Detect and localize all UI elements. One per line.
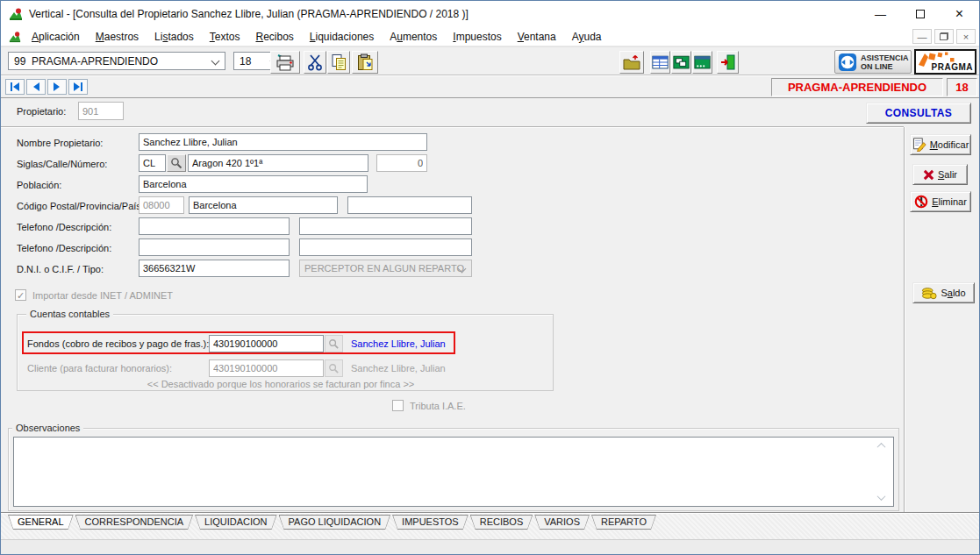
tributa-checkbox[interactable] — [392, 400, 404, 411]
menu-items: Aplicación Maestros Listados Textos Reci… — [24, 27, 610, 46]
status-bar — [1, 539, 979, 554]
cp-input[interactable] — [139, 196, 184, 214]
pragma-logo: PRAGMA — [914, 49, 976, 75]
tab-correspondencia[interactable]: CORRESPONDENCIA — [75, 515, 193, 530]
tab-general[interactable]: GENERAL — [8, 515, 74, 530]
first-record-button[interactable] — [5, 79, 25, 95]
menu-ayuda[interactable]: Ayuda — [564, 31, 610, 43]
assistance-online-button[interactable]: ASISTENCIAON LINE — [834, 50, 912, 74]
delete-icon — [914, 195, 928, 209]
propietario-input[interactable] — [78, 102, 124, 120]
window-view-button[interactable] — [692, 51, 712, 74]
first-icon — [10, 82, 20, 91]
tipo-select[interactable]: PERCEPTOR EN ALGUN REPARTO — [299, 260, 472, 277]
exit-app-button[interactable] — [717, 51, 739, 74]
street-search-button[interactable] — [167, 154, 186, 172]
menu-maestros[interactable]: Maestros — [88, 31, 147, 43]
menu-aumentos[interactable]: Aumentos — [382, 31, 445, 43]
tab-liquidacion[interactable]: LIQUIDACION — [195, 515, 277, 530]
menu-ventana[interactable]: Ventana — [510, 31, 564, 43]
cliente-search-button[interactable] — [325, 359, 343, 377]
menu-aplicacion[interactable]: Aplicación — [24, 31, 88, 43]
telefono2-label: Telefono /Descripción: — [17, 243, 111, 253]
pais-input[interactable] — [347, 196, 472, 214]
provincia-input[interactable] — [189, 196, 338, 214]
chevron-down-icon — [211, 57, 220, 66]
poblacion-input[interactable] — [139, 175, 368, 193]
print-button[interactable] — [270, 51, 300, 74]
previous-record-button[interactable] — [26, 79, 46, 95]
tab-varios[interactable]: VARIOS — [534, 515, 590, 530]
divider — [1, 512, 979, 513]
minimize-button[interactable]: — — [861, 1, 900, 27]
open-button[interactable] — [619, 51, 644, 74]
telefono1-label: Telefono /Descripción: — [17, 222, 111, 232]
scroll-down-icon[interactable] — [876, 494, 886, 502]
app-icon-small — [9, 31, 21, 43]
telefono2-input[interactable] — [139, 238, 290, 256]
salir-button[interactable]: Salir — [912, 164, 968, 185]
close-button[interactable]: × — [940, 1, 979, 27]
descripcion1-input[interactable] — [299, 217, 472, 235]
app-icon — [9, 7, 23, 21]
propietario-label: Propietario: — [17, 106, 66, 117]
menubar: Aplicación Maestros Listados Textos Reci… — [1, 27, 979, 46]
eliminar-button[interactable]: Eliminar — [910, 191, 971, 212]
cut-button[interactable] — [304, 51, 326, 74]
last-record-button[interactable] — [68, 79, 88, 95]
tab-impuestos[interactable]: IMPUESTOS — [392, 515, 469, 530]
exit-icon — [719, 53, 737, 71]
menu-textos[interactable]: Textos — [202, 31, 248, 43]
cliente-cuenta-input[interactable] — [209, 359, 324, 377]
next-record-button[interactable] — [47, 79, 67, 95]
assist-icon — [838, 53, 857, 72]
menu-impuestos[interactable]: Impuestos — [445, 31, 509, 43]
observaciones-legend: Observaciones — [12, 423, 83, 433]
copy-button[interactable] — [327, 51, 350, 74]
last-icon — [73, 82, 83, 91]
window-title: Vertical - [Consulta del Propietario San… — [29, 8, 469, 20]
menu-liquidaciones[interactable]: Liquidaciones — [302, 31, 382, 43]
tab-recibos[interactable]: RECIBOS — [470, 515, 533, 530]
paste-button[interactable] — [352, 51, 378, 74]
siglas-input[interactable] — [139, 154, 166, 172]
bottom-tabs: GENERAL CORRESPONDENCIA LIQUIDACION PAGO… — [8, 515, 656, 530]
open-icon — [622, 53, 641, 71]
saldo-button[interactable]: Saldo — [912, 282, 975, 303]
maximize-button[interactable] — [900, 1, 940, 27]
grid-view-button[interactable] — [650, 51, 670, 74]
dni-input[interactable] — [139, 260, 290, 277]
scroll-up-icon[interactable] — [876, 442, 886, 450]
importar-checkbox[interactable]: ✓ — [15, 289, 26, 301]
console-icon — [694, 55, 711, 70]
company-combobox[interactable]: 99 PRAGMA-APRENDIENDO — [8, 52, 225, 70]
restore-icon — [940, 32, 948, 40]
cliente-label: Cliente (para facturar honorarios): — [27, 363, 172, 374]
printer-icon — [275, 53, 296, 71]
cascade-windows-button[interactable] — [671, 51, 691, 74]
search-icon — [170, 157, 182, 169]
divider — [1, 126, 904, 127]
observaciones-textarea[interactable] — [13, 437, 894, 507]
divider — [904, 127, 905, 513]
company-indicator: PRAGMA-APRENDIENDO — [771, 78, 943, 96]
check-icon: ✓ — [17, 290, 25, 301]
menu-listados[interactable]: Listados — [147, 31, 202, 43]
mdi-close-button[interactable]: × — [956, 29, 976, 44]
telefono1-input[interactable] — [139, 217, 290, 235]
descripcion2-input[interactable] — [299, 238, 472, 256]
mdi-window-controls: — × — [912, 29, 976, 44]
toolbar: 99 PRAGMA-APRENDIENDO 18 — [1, 46, 979, 75]
calle-input[interactable] — [188, 154, 368, 172]
search-icon — [328, 363, 340, 374]
tab-pago-liquidacion[interactable]: PAGO LIQUIDACION — [279, 515, 391, 530]
menu-recibos[interactable]: Recibos — [247, 31, 301, 43]
siglas-label: Siglas/Calle/Número: — [17, 159, 107, 169]
mdi-minimize-button[interactable]: — — [912, 29, 932, 44]
tab-reparto[interactable]: REPARTO — [591, 515, 656, 530]
modificar-button[interactable]: Modificar — [910, 134, 971, 155]
mdi-restore-button[interactable] — [934, 29, 954, 44]
nombre-input[interactable] — [139, 133, 427, 151]
numero-input[interactable] — [376, 154, 427, 172]
consultas-button[interactable]: CONSULTAS — [866, 103, 971, 124]
